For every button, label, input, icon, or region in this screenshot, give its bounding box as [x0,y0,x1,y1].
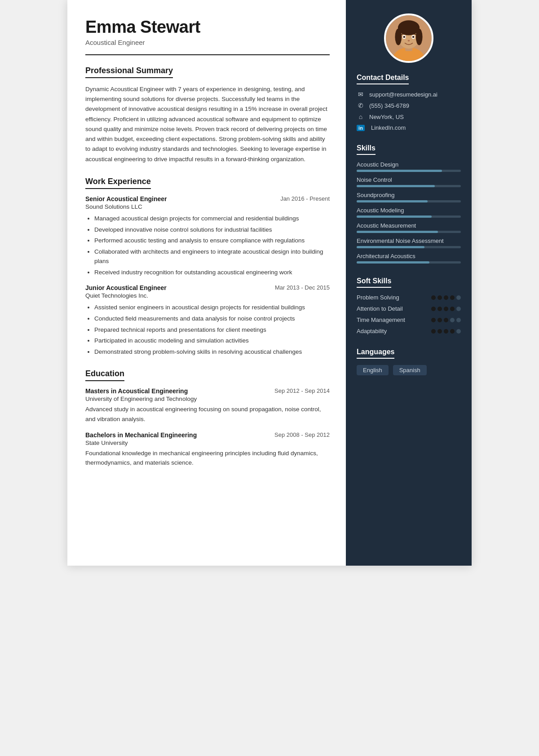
location-icon: ⌂ [357,113,365,120]
skill-2-name: Soundproofing [357,192,461,198]
language-english: English [357,365,389,375]
edu-2: Bachelors in Mechanical Engineering Sep … [85,431,330,468]
edu-2-header: Bachelors in Mechanical Engineering Sep … [85,431,330,439]
summary-title: Professional Summary [85,66,173,78]
contact-email: ✉ support@resumedesign.ai [357,91,461,98]
dot [450,307,455,311]
dot [456,318,461,322]
skill-3-name: Acoustic Modeling [357,207,461,214]
job-2-date: Mar 2013 - Dec 2015 [275,284,330,291]
soft-skills-section: Soft Skills Problem Solving Attention to… [346,277,472,339]
avatar [384,13,433,63]
linkedin-icon: in [357,125,365,131]
soft-skill-1-name: Attention to Detail [357,305,431,312]
language-spanish: Spanish [393,365,427,375]
job-2-header: Junior Acoustical Engineer Mar 2013 - De… [85,284,330,291]
dot [437,295,442,300]
skills-title: Skills [357,144,376,155]
skill-6: Architectural Acoustics [357,253,461,264]
soft-skill-1-dots [431,307,461,311]
contact-phone: ✆ (555) 345-6789 [357,102,461,109]
skills-section: Skills Acoustic Design Noise Control Sou… [346,144,472,268]
skill-3-fill [357,215,432,218]
edu-2-desc: Foundational knowledge in mechanical eng… [85,448,330,468]
dot [450,329,455,334]
dot [437,318,442,322]
skill-5-fill [357,246,424,248]
right-column: Contact Details ✉ support@resumedesign.a… [346,0,472,566]
left-column: Emma Stewart Acoustical Engineer Profess… [67,0,346,566]
list-item: Prepared technical reports and presentat… [94,325,330,335]
list-item: Conducted field measurements and data an… [94,314,330,324]
summary-section: Professional Summary Dynamic Acoustical … [85,66,330,164]
dot [431,329,436,334]
svg-point-5 [395,29,402,45]
list-item: Developed innovative noise control solut… [94,225,330,235]
job-1: Senior Acoustical Engineer Jan 2016 - Pr… [85,195,330,277]
edu-2-school: State University [85,440,330,446]
work-experience-section: Work Experience Senior Acoustical Engine… [85,177,330,357]
dot [431,318,436,322]
soft-skill-2-dots [431,318,461,322]
skill-6-fill [357,261,429,264]
edu-2-date: Sep 2008 - Sep 2012 [274,431,330,438]
list-item: Received industry recognition for outsta… [94,268,330,277]
list-item: Demonstrated strong problem-solving skil… [94,347,330,357]
edu-1: Masters in Acoustical Engineering Sep 20… [85,387,330,424]
skill-6-bar [357,261,461,264]
list-item: Assisted senior engineers in acoustical … [94,303,330,312]
skill-0-name: Acoustic Design [357,161,461,168]
dot [444,318,448,322]
dot [444,307,448,311]
edu-1-desc: Advanced study in acoustical engineering… [85,404,330,424]
skill-5-name: Environmental Noise Assessment [357,237,461,244]
soft-skill-2: Time Management [357,316,461,323]
list-item: Participated in acoustic modeling and si… [94,336,330,346]
skill-5-bar [357,246,461,248]
summary-text: Dynamic Acoustical Engineer with 7 years… [85,84,330,164]
list-item: Performed acoustic testing and analysis … [94,236,330,246]
contact-phone-text: (555) 345-6789 [369,102,409,109]
job-1-bullets: Managed acoustical design projects for c… [85,214,330,277]
dot [456,295,461,300]
dot [431,307,436,311]
soft-skill-0-dots [431,295,461,300]
skill-3-bar [357,215,461,218]
candidate-title: Acoustical Engineer [85,39,330,46]
skill-0: Acoustic Design [357,161,461,172]
skill-3: Acoustic Modeling [357,207,461,218]
svg-point-6 [416,29,423,45]
svg-point-11 [408,40,410,42]
soft-skill-2-name: Time Management [357,316,431,323]
work-experience-title: Work Experience [85,177,151,189]
skill-2: Soundproofing [357,192,461,202]
list-item: Collaborated with architects and enginee… [94,247,330,266]
list-item: Managed acoustical design projects for c… [94,214,330,224]
resume-container: Emma Stewart Acoustical Engineer Profess… [67,0,472,566]
soft-skill-0: Problem Solving [357,294,461,301]
job-2-bullets: Assisted senior engineers in acoustical … [85,303,330,356]
languages-title: Languages [357,348,394,359]
dot [444,295,448,300]
education-section: Education Masters in Acoustical Engineer… [85,369,330,467]
skill-4-bar [357,231,461,233]
soft-skill-3-name: Adaptability [357,328,431,334]
contact-location: ⌂ NewYork, US [357,113,461,120]
job-2-title: Junior Acoustical Engineer [85,284,167,291]
skill-4-name: Acoustic Measurement [357,222,461,229]
header-section: Emma Stewart Acoustical Engineer [85,18,330,46]
email-icon: ✉ [357,91,365,98]
dot [431,295,436,300]
header-divider [85,54,330,55]
job-2: Junior Acoustical Engineer Mar 2013 - De… [85,284,330,356]
languages-section: Languages English Spanish [346,348,472,375]
contact-email-text: support@resumedesign.ai [369,91,437,98]
skill-2-fill [357,200,428,202]
job-1-date: Jan 2016 - Present [280,195,330,202]
job-1-header: Senior Acoustical Engineer Jan 2016 - Pr… [85,195,330,202]
skill-0-bar [357,170,461,172]
edu-2-degree: Bachelors in Mechanical Engineering [85,431,197,439]
skill-1-name: Noise Control [357,176,461,183]
dot [456,329,461,334]
edu-1-date: Sep 2012 - Sep 2014 [274,387,330,394]
